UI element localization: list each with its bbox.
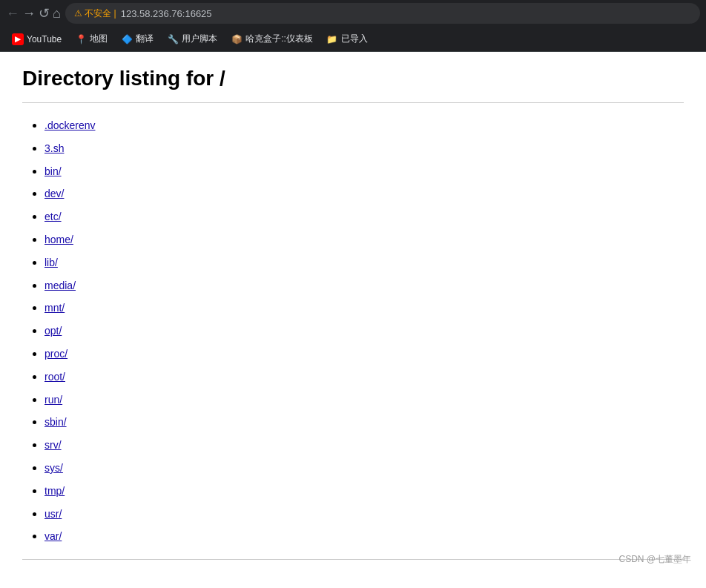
security-warning: ⚠ 不安全 |	[74, 7, 116, 20]
list-item: sys/	[44, 457, 684, 479]
list-item: mnt/	[44, 297, 684, 319]
list-item: root/	[44, 366, 684, 388]
bottom-divider	[22, 559, 684, 560]
file-link[interactable]: 3.sh	[44, 142, 64, 154]
back-button[interactable]: ←	[6, 6, 19, 22]
bookmark-maps[interactable]: 📍 地图	[69, 30, 113, 47]
nav-bar: ← → ↺ ⌂ ⚠ 不安全 | 123.58.236.76:16625	[0, 0, 706, 27]
bookmark-scripts[interactable]: 🔧 用户脚本	[161, 30, 223, 47]
top-divider	[22, 102, 684, 103]
list-item: .dockerenv	[44, 115, 684, 136]
address-text: 123.58.236.76:16625	[121, 8, 212, 19]
forward-button[interactable]: →	[22, 6, 36, 22]
address-bar[interactable]: ⚠ 不安全 | 123.58.236.76:16625	[65, 3, 700, 24]
file-link[interactable]: var/	[44, 530, 62, 542]
home-button[interactable]: ⌂	[53, 6, 61, 22]
script-icon: 🔧	[167, 33, 179, 45]
file-link[interactable]: media/	[44, 280, 76, 291]
list-item: dev/	[44, 183, 684, 205]
file-link[interactable]: lib/	[44, 257, 58, 268]
youtube-icon: ▶	[12, 33, 24, 45]
maps-icon: 📍	[75, 33, 87, 45]
translate-icon: 🔷	[121, 33, 133, 45]
bookmark-imported-label: 已导入	[341, 33, 368, 45]
reload-button[interactable]: ↺	[39, 5, 50, 22]
list-item: sbin/	[44, 412, 684, 433]
file-link[interactable]: tmp/	[44, 485, 65, 497]
bookmark-hackbox[interactable]: 📦 哈克盒子::仪表板	[225, 30, 319, 47]
list-item: srv/	[44, 435, 684, 456]
list-item: 3.sh	[44, 138, 684, 159]
list-item: lib/	[44, 252, 684, 274]
bookmark-youtube[interactable]: ▶ YouTube	[6, 31, 67, 47]
file-link[interactable]: mnt/	[44, 302, 65, 314]
bookmark-hackbox-label: 哈克盒子::仪表板	[245, 33, 313, 45]
bookmark-youtube-label: YouTube	[27, 34, 62, 44]
page-title: Directory listing for /	[22, 67, 684, 90]
list-item: var/	[44, 526, 684, 547]
bookmark-maps-label: 地图	[90, 33, 108, 45]
list-item: tmp/	[44, 480, 684, 502]
bookmarks-bar: ▶ YouTube 📍 地图 🔷 翻译 🔧 用户脚本 📦 哈克盒子::仪表板 📁…	[0, 27, 706, 52]
bookmark-translate[interactable]: 🔷 翻译	[115, 30, 159, 47]
file-link[interactable]: sbin/	[44, 416, 67, 428]
browser-chrome: ← → ↺ ⌂ ⚠ 不安全 | 123.58.236.76:16625 ▶ Yo…	[0, 0, 706, 52]
file-link[interactable]: sys/	[44, 462, 63, 474]
bookmark-scripts-label: 用户脚本	[182, 33, 217, 45]
file-link[interactable]: etc/	[44, 211, 62, 222]
list-item: opt/	[44, 320, 684, 342]
file-link[interactable]: root/	[44, 371, 65, 383]
file-link[interactable]: .dockerenv	[44, 119, 95, 131]
file-link[interactable]: usr/	[44, 508, 62, 520]
folder-icon: 📁	[326, 33, 338, 45]
list-item: media/	[44, 275, 684, 297]
list-item: etc/	[44, 206, 684, 228]
list-item: bin/	[44, 161, 684, 182]
nav-buttons: ← → ↺ ⌂	[6, 5, 61, 22]
list-item: home/	[44, 229, 684, 251]
file-link[interactable]: run/	[44, 394, 62, 406]
file-link[interactable]: proc/	[44, 348, 67, 360]
bookmark-translate-label: 翻译	[136, 33, 154, 45]
watermark: CSDN @七董墨年	[618, 553, 691, 566]
file-link[interactable]: bin/	[44, 165, 62, 177]
hackbox-icon: 📦	[231, 33, 243, 45]
file-list: .dockerenv3.shbin/dev/etc/home/lib/media…	[22, 115, 684, 547]
file-link[interactable]: srv/	[44, 439, 62, 451]
list-item: proc/	[44, 343, 684, 365]
list-item: run/	[44, 389, 684, 411]
page-content: Directory listing for / .dockerenv3.shbi…	[0, 52, 706, 575]
bookmark-imported[interactable]: 📁 已导入	[320, 30, 374, 47]
file-link[interactable]: opt/	[44, 325, 62, 337]
file-link[interactable]: home/	[44, 234, 73, 245]
file-link[interactable]: dev/	[44, 188, 64, 199]
list-item: usr/	[44, 503, 684, 525]
